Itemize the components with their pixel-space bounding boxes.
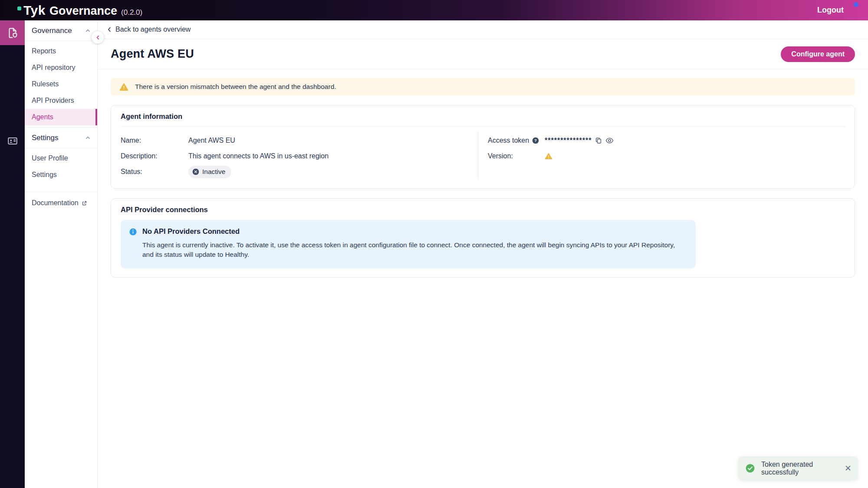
status-badge: Inactive: [188, 166, 231, 178]
eye-icon: [605, 138, 614, 144]
icon-rail: [0, 20, 25, 488]
brand-name: Tyk: [23, 3, 46, 18]
card-title: Agent information: [121, 112, 845, 121]
sidebar-section-label: Settings: [32, 134, 58, 142]
app-logo[interactable]: Tyk Governance (0.2.0): [17, 3, 142, 18]
name-label: Name:: [121, 137, 188, 144]
configure-agent-button[interactable]: Configure agent: [781, 46, 855, 62]
version-label: (0.2.0): [121, 8, 142, 17]
access-token-label: Access token: [488, 137, 529, 144]
logout-button[interactable]: Logout: [817, 6, 844, 15]
no-providers-info-box: No API Providers Connected This agent is…: [121, 220, 696, 269]
status-value: Inactive: [202, 168, 225, 176]
main-content: Back to agents overview Agent AWS EU Con…: [98, 20, 868, 488]
access-token-value: ***************: [545, 137, 592, 144]
toast-notification: Token generated successfully ✕: [738, 456, 858, 480]
agent-info-right-column: Access token ? ***************: [478, 131, 845, 180]
reveal-token-button[interactable]: [605, 138, 614, 144]
version-label: Version:: [488, 152, 545, 160]
name-value: Agent AWS EU: [188, 137, 235, 144]
sidebar: Governance Reports API repository Rulese…: [25, 20, 98, 488]
chevron-left-icon: [106, 26, 112, 33]
sidebar-section-governance[interactable]: Governance: [25, 20, 97, 41]
description-label: Description:: [121, 152, 188, 160]
description-row: Description: This agent connects to AWS …: [121, 148, 478, 164]
back-bar: Back to agents overview: [98, 20, 868, 39]
sidebar-item-api-repository[interactable]: API repository: [25, 59, 97, 76]
toast-close-button[interactable]: ✕: [845, 464, 852, 472]
sidebar-section-label: Governance: [32, 26, 72, 35]
back-link-label: Back to agents overview: [115, 26, 191, 33]
topbar: Tyk Governance (0.2.0) Logout: [0, 0, 868, 20]
sidebar-item-documentation[interactable]: Documentation: [25, 195, 97, 211]
api-provider-connections-card: API Provider connections No API Provider…: [111, 198, 855, 278]
product-name: Governance: [49, 4, 117, 18]
version-warning-icon[interactable]: [545, 153, 552, 160]
rail-profile-item[interactable]: [0, 132, 25, 150]
version-mismatch-banner: There is a version mismatch between the …: [111, 78, 855, 95]
sidebar-item-reports[interactable]: Reports: [25, 43, 97, 59]
external-link-icon: [82, 200, 87, 206]
sidebar-item-settings[interactable]: Settings: [25, 167, 97, 183]
notification-dot: [854, 2, 858, 7]
document-shield-icon: [7, 27, 19, 39]
version-row: Version:: [488, 148, 845, 164]
copy-icon: [595, 137, 602, 144]
sidebar-section-settings[interactable]: Settings: [25, 128, 97, 148]
sidebar-collapse-button[interactable]: [91, 31, 104, 44]
card-title: API Provider connections: [121, 206, 845, 214]
status-row: Status: Inactive: [121, 164, 478, 180]
name-row: Name: Agent AWS EU: [121, 133, 478, 148]
tyk-logo-dot-icon: [17, 7, 21, 10]
x-circle-icon: [192, 168, 199, 175]
page-title: Agent AWS EU: [111, 47, 194, 61]
sidebar-item-api-providers[interactable]: API Providers: [25, 92, 97, 109]
copy-token-button[interactable]: [595, 137, 602, 144]
id-card-icon: [7, 135, 18, 147]
sidebar-item-rulesets[interactable]: Rulesets: [25, 76, 97, 92]
agent-information-card: Agent information Name: Agent AWS EU Des…: [111, 105, 855, 189]
banner-text: There is a version mismatch between the …: [135, 83, 336, 91]
info-box-title: No API Providers Connected: [142, 227, 686, 236]
sidebar-item-agents[interactable]: Agents: [25, 109, 97, 125]
warning-icon: [119, 83, 128, 91]
chevron-left-icon: [95, 35, 101, 40]
rail-governance-tile[interactable]: [0, 20, 25, 45]
documentation-label: Documentation: [32, 199, 79, 207]
chevron-up-icon: [85, 134, 91, 141]
agent-info-left-column: Name: Agent AWS EU Description: This age…: [121, 131, 478, 180]
help-icon[interactable]: ?: [532, 137, 539, 144]
back-link[interactable]: Back to agents overview: [106, 26, 191, 33]
toast-message: Token generated successfully: [761, 461, 838, 476]
status-label: Status:: [121, 168, 188, 176]
check-circle-icon: [746, 464, 755, 473]
sidebar-item-user-profile[interactable]: User Profile: [25, 150, 97, 167]
access-token-row: Access token ? ***************: [488, 133, 845, 148]
info-icon: [129, 228, 137, 259]
svg-text:?: ?: [534, 138, 537, 143]
page-header: Agent AWS EU Configure agent: [98, 39, 868, 69]
chevron-up-icon: [85, 27, 91, 34]
description-value: This agent connects to AWS in us-east re…: [188, 152, 329, 160]
info-box-body: This agent is currently inactive. To act…: [142, 240, 686, 259]
